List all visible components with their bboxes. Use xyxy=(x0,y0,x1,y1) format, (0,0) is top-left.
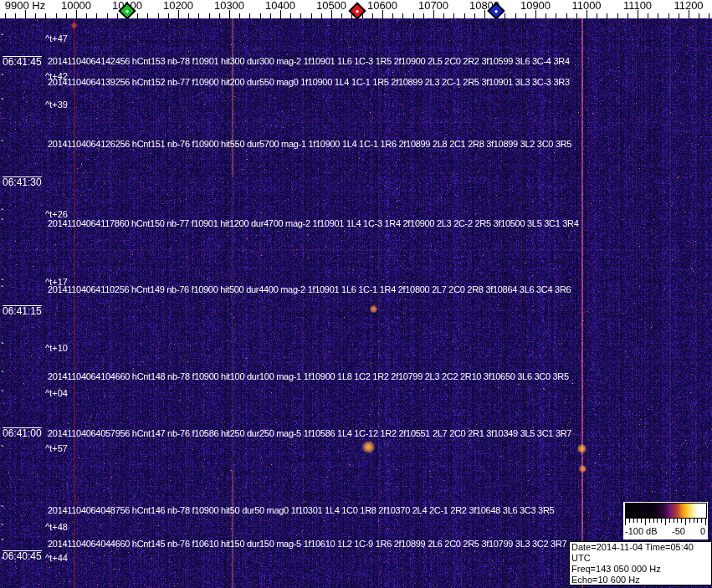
axis-tick xyxy=(453,13,454,18)
axis-tick-label: 11100 xyxy=(623,0,652,11)
axis-tick xyxy=(402,13,403,18)
axis-tick xyxy=(15,13,16,18)
frequency-axis: 9900 Hz100001010010200103001040010500106… xyxy=(0,0,712,18)
axis-tick xyxy=(209,13,210,18)
axis-tick xyxy=(311,13,312,18)
info-frequency: Freq=143 050 000 Hz xyxy=(571,564,709,575)
colorbar-label-mid: -50 xyxy=(672,526,685,536)
axis-tick xyxy=(239,13,240,18)
axis-tick xyxy=(86,13,87,18)
axis-tick xyxy=(464,13,465,18)
axis-tick xyxy=(505,13,505,18)
axis-tick xyxy=(648,13,648,18)
axis-tick xyxy=(474,13,475,18)
axis-tick xyxy=(168,13,169,18)
axis-tick xyxy=(270,13,271,18)
colorbar-label-max: 0 xyxy=(700,526,705,536)
colorbar-label-min: -100 dB xyxy=(625,526,658,536)
axis-tick xyxy=(198,13,199,18)
axis-tick xyxy=(45,13,46,18)
axis-tick xyxy=(321,13,322,18)
axis-tick xyxy=(443,13,444,18)
colorbar-ticks-major xyxy=(625,519,706,525)
axis-tick xyxy=(300,13,301,18)
axis-tick xyxy=(709,13,709,18)
colorbar-labels: -100 dB -50 0 xyxy=(623,526,708,538)
axis-tick xyxy=(5,13,6,18)
axis-tick-label: 10300 xyxy=(214,0,244,11)
axis-tick-label: 10500 xyxy=(316,0,346,11)
axis-tick xyxy=(56,13,57,18)
axis-tick xyxy=(392,13,393,18)
axis-tick xyxy=(35,13,36,18)
axis-tick xyxy=(607,13,607,18)
axis-tick xyxy=(423,13,424,18)
axis-tick xyxy=(147,13,148,18)
axis-tick xyxy=(137,13,138,18)
axis-tick xyxy=(290,13,291,18)
axis-tick xyxy=(117,13,118,18)
axis-tick xyxy=(188,13,189,18)
axis-tick xyxy=(158,13,159,18)
colorbar-gradient xyxy=(625,503,707,519)
axis-tick xyxy=(372,13,373,18)
axis-tick-label: 10000 xyxy=(61,0,91,11)
axis-tick-label: 10200 xyxy=(163,0,193,11)
axis-tick-label: 9900 Hz xyxy=(5,0,45,11)
axis-tick-label: 11200 xyxy=(674,0,703,11)
colorbar: -100 dB -50 0 xyxy=(623,502,708,539)
axis-tick-label: 10400 xyxy=(265,0,295,11)
axis-tick-label: 10700 xyxy=(418,0,448,11)
axis-tick xyxy=(566,13,567,18)
axis-tick xyxy=(576,13,577,18)
info-date-time: Date=2014-11-04 Time=05:40 UTC xyxy=(571,542,709,564)
axis-tick xyxy=(617,13,618,18)
axis-tick-label: 10900 xyxy=(520,0,551,11)
axis-tick xyxy=(219,13,220,18)
axis-tick xyxy=(413,13,414,18)
axis-tick xyxy=(107,13,108,18)
axis-tick xyxy=(249,13,250,18)
axis-tick xyxy=(668,13,669,18)
axis-tick xyxy=(556,13,556,18)
axis-tick xyxy=(546,13,546,18)
axis-tick xyxy=(96,13,97,18)
spectrogram-canvas xyxy=(0,18,712,588)
info-box: Date=2014-11-04 Time=05:40 UTC Freq=143 … xyxy=(569,541,712,585)
axis-tick xyxy=(679,13,679,18)
axis-tick xyxy=(515,13,516,18)
axis-tick xyxy=(260,13,261,18)
meteor-spectrogram-app: 06:41:4506:41:3006:41:1506:41:0006:40:45… xyxy=(0,0,712,588)
axis-tick xyxy=(699,13,699,18)
axis-tick-label: 10600 xyxy=(367,0,397,11)
axis-tick xyxy=(597,13,597,18)
info-echo-frequency: Echo=10 600 Hz xyxy=(571,575,709,585)
axis-tick xyxy=(658,13,658,18)
axis-tick-label: 11000 xyxy=(571,0,601,11)
axis-tick xyxy=(627,13,628,18)
axis-tick xyxy=(66,13,67,18)
axis-tick xyxy=(525,13,526,18)
axis-tick xyxy=(341,13,342,18)
